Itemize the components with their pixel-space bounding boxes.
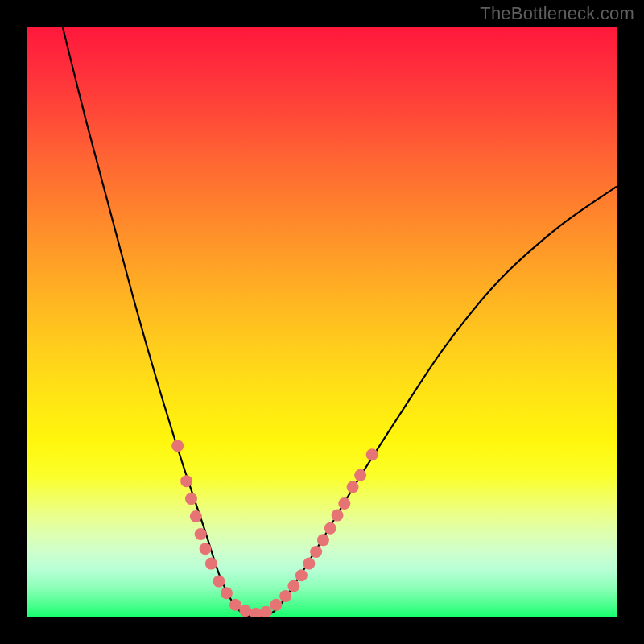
marker-dot bbox=[303, 558, 315, 570]
marker-dot bbox=[195, 528, 207, 540]
marker-dot bbox=[295, 569, 308, 581]
bottleneck-curve bbox=[63, 27, 617, 617]
marker-dot bbox=[260, 606, 272, 617]
marker-dot bbox=[185, 493, 197, 505]
marker-dot bbox=[310, 546, 322, 558]
marker-dot bbox=[213, 576, 225, 588]
marker-dot bbox=[338, 497, 350, 510]
marker-dot bbox=[239, 605, 251, 617]
marker-dots-group bbox=[171, 440, 378, 617]
curve-layer bbox=[27, 27, 617, 617]
marker-dot bbox=[270, 599, 282, 611]
watermark-text: TheBottleneck.com bbox=[480, 3, 634, 24]
marker-dot bbox=[287, 580, 299, 592]
marker-dot bbox=[180, 475, 192, 487]
marker-dot bbox=[279, 590, 291, 602]
chart-frame: TheBottleneck.com bbox=[0, 0, 644, 644]
marker-dot bbox=[354, 469, 366, 481]
marker-dot bbox=[332, 510, 344, 522]
marker-dot bbox=[221, 587, 233, 599]
marker-dot bbox=[324, 522, 336, 535]
marker-dot bbox=[366, 448, 378, 460]
marker-dot bbox=[205, 558, 217, 570]
marker-dot bbox=[190, 510, 202, 522]
marker-dot bbox=[171, 440, 184, 452]
plot-area bbox=[27, 27, 617, 617]
marker-dot bbox=[317, 534, 329, 546]
marker-dot bbox=[347, 481, 359, 493]
marker-dot bbox=[200, 543, 212, 555]
